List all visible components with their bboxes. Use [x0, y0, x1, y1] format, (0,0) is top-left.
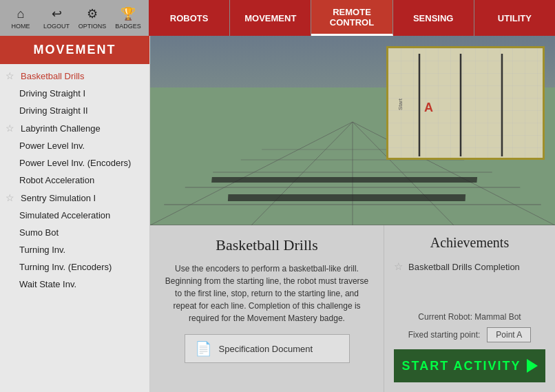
- sidebar-item-7[interactable]: ☆Sentry Simulation I: [0, 189, 149, 207]
- content-area: Start A Basketball Drills Use the encode…: [150, 36, 555, 392]
- sidebar-item-label-2: Driving Straight II: [19, 105, 88, 116]
- fixed-starting-label: Fixed starting point:: [408, 330, 481, 340]
- badges-icon: 🏆: [121, 6, 136, 21]
- home-label: HOME: [12, 23, 30, 30]
- logout-nav-item[interactable]: ↩ LOGOUT: [40, 3, 73, 32]
- achievements-title: Achievements: [394, 235, 545, 251]
- home-icon: ⌂: [17, 7, 25, 21]
- starting-point-row: Fixed starting point: Point A: [394, 327, 545, 342]
- logout-label: LOGOUT: [43, 23, 70, 30]
- sidebar-item-0[interactable]: ☆Basketball Drills: [0, 67, 149, 85]
- achievement-item: ☆ Basketball Drills Completion: [394, 260, 545, 273]
- logout-icon: ↩: [52, 6, 62, 21]
- point-badge: Point A: [487, 327, 531, 342]
- top-nav: ⌂ HOME ↩ LOGOUT ⚙ OPTIONS 🏆 BADGES ROBOT…: [0, 0, 555, 36]
- preview-canvas: Start A: [150, 36, 555, 225]
- sidebar: MOVEMENT ☆Basketball DrillsDriving Strai…: [0, 36, 150, 392]
- achievements-panel: Achievements ☆ Basketball Drills Complet…: [384, 225, 555, 392]
- options-label: OPTIONS: [78, 23, 107, 30]
- sidebar-item-9[interactable]: Sumo Bot: [0, 224, 149, 241]
- tab-utility[interactable]: UTILITY: [474, 0, 555, 36]
- options-nav-item[interactable]: ⚙ OPTIONS: [76, 3, 109, 32]
- bottom-panels: Basketball Drills Use the encoders to pe…: [150, 225, 555, 392]
- nav-tabs: ROBOTS MOVEMENT REMOTE CONTROL SENSING U…: [149, 0, 555, 36]
- sidebar-item-label-12: Wait State Inv.: [19, 279, 76, 289]
- sidebar-item-6[interactable]: Robot Acceleration: [0, 172, 149, 189]
- sidebar-star-icon-7: ☆: [6, 192, 18, 203]
- start-arrow-icon: [527, 359, 538, 373]
- svg-rect-12: [211, 177, 477, 183]
- sidebar-star-icon-3: ☆: [6, 123, 18, 134]
- spec-button-label: Specification Document: [219, 344, 313, 354]
- sidebar-item-label-8: Simulated Acceleration: [19, 210, 110, 220]
- sidebar-item-label-3: Labyrinth Challenge: [21, 123, 101, 134]
- sidebar-item-label-1: Driving Straight I: [19, 88, 85, 99]
- achievement-label: Basketball Drills Completion: [408, 262, 520, 272]
- tab-sensing[interactable]: SENSING: [393, 0, 474, 36]
- specification-button[interactable]: 📄 Specification Document: [185, 334, 350, 363]
- sidebar-item-label-0: Basketball Drills: [21, 71, 84, 81]
- description-title: Basketball Drills: [163, 236, 371, 254]
- tab-robots[interactable]: ROBOTS: [149, 0, 230, 36]
- tab-remote-control[interactable]: REMOTE CONTROL: [311, 0, 392, 36]
- sidebar-item-5[interactable]: Power Level Inv. (Encoders): [0, 154, 149, 172]
- home-nav-item[interactable]: ⌂ HOME: [4, 4, 37, 32]
- description-panel: Basketball Drills Use the encoders to pe…: [150, 225, 384, 392]
- minimap-svg: Start A: [388, 48, 543, 158]
- badges-label: BADGES: [115, 23, 141, 30]
- description-text: Use the encoders to perform a basketball…: [163, 262, 371, 324]
- sidebar-item-4[interactable]: Power Level Inv.: [0, 137, 149, 154]
- nav-icons: ⌂ HOME ↩ LOGOUT ⚙ OPTIONS 🏆 BADGES: [0, 0, 149, 36]
- sidebar-item-8[interactable]: Simulated Acceleration: [0, 207, 149, 224]
- badges-nav-item[interactable]: 🏆 BADGES: [112, 3, 145, 32]
- svg-text:A: A: [424, 101, 433, 114]
- sidebar-item-label-4: Power Level Inv.: [19, 141, 85, 151]
- sidebar-item-label-5: Power Level Inv. (Encoders): [19, 158, 131, 168]
- robot-preview: Start A: [150, 36, 555, 225]
- document-icon: 📄: [195, 340, 212, 357]
- options-icon: ⚙: [87, 6, 98, 21]
- tab-movement[interactable]: MOVEMENT: [230, 0, 311, 36]
- sidebar-item-label-7: Sentry Simulation I: [21, 193, 96, 203]
- main-layout: MOVEMENT ☆Basketball DrillsDriving Strai…: [0, 36, 555, 392]
- achievement-star-icon: ☆: [394, 260, 403, 273]
- sidebar-star-icon-0: ☆: [6, 70, 18, 81]
- sidebar-title: MOVEMENT: [0, 36, 149, 64]
- sidebar-item-2[interactable]: Driving Straight II: [0, 102, 149, 119]
- sidebar-item-label-9: Sumo Bot: [19, 227, 59, 238]
- robot-info: Current Robot: Mammal Bot Fixed starting…: [394, 312, 545, 342]
- sidebar-item-label-11: Turning Inv. (Encoders): [19, 262, 112, 272]
- sidebar-item-1[interactable]: Driving Straight I: [0, 85, 149, 102]
- start-activity-label: START ACTIVITY: [402, 359, 521, 373]
- svg-text:Start: Start: [397, 98, 404, 110]
- sidebar-item-12[interactable]: Wait State Inv.: [0, 276, 149, 293]
- sidebar-list: ☆Basketball DrillsDriving Straight IDriv…: [0, 64, 149, 392]
- sidebar-item-11[interactable]: Turning Inv. (Encoders): [0, 258, 149, 276]
- current-robot: Current Robot: Mammal Bot: [394, 312, 545, 322]
- minimap: Start A: [386, 46, 545, 160]
- svg-rect-13: [228, 194, 465, 201]
- sidebar-item-10[interactable]: Turning Inv.: [0, 241, 149, 258]
- sidebar-item-3[interactable]: ☆Labyrinth Challenge: [0, 119, 149, 137]
- start-activity-button[interactable]: START ACTIVITY: [394, 349, 545, 382]
- minimap-grid: Start A: [388, 48, 543, 158]
- svg-rect-14: [388, 48, 543, 158]
- sidebar-item-label-6: Robot Acceleration: [19, 175, 94, 185]
- sidebar-item-label-10: Turning Inv.: [19, 245, 65, 255]
